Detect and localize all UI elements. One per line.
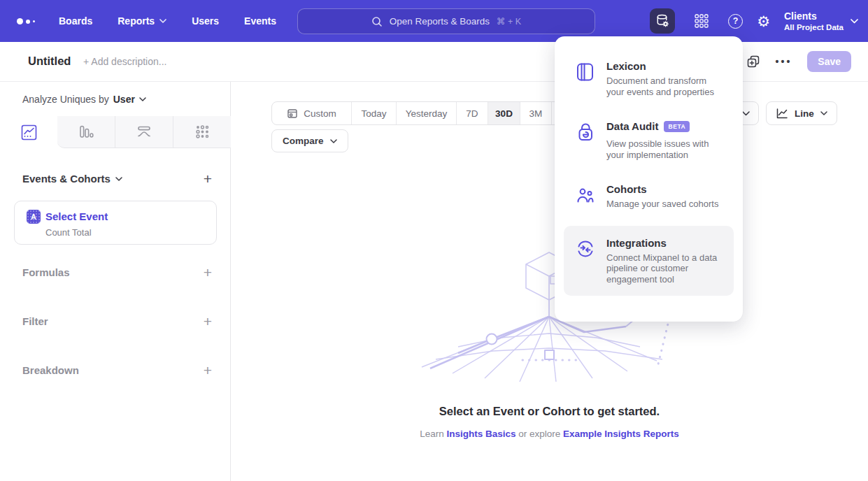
database-gear-icon: [655, 13, 670, 29]
search-icon: [371, 16, 383, 27]
nav-reports[interactable]: Reports: [118, 15, 166, 27]
example-reports-link[interactable]: Example Insights Reports: [563, 429, 679, 439]
events-cohorts-label[interactable]: Events & Cohorts: [22, 173, 122, 185]
nav-users[interactable]: Users: [192, 15, 219, 27]
save-button[interactable]: Save: [807, 51, 851, 72]
global-search[interactable]: Open Reports & Boards ⌘ + K: [297, 8, 595, 34]
lexicon-book-icon: [575, 62, 596, 82]
chevron-down-icon: [330, 139, 337, 143]
search-placeholder: Open Reports & Boards: [390, 16, 490, 27]
add-event-button[interactable]: +: [204, 171, 212, 186]
add-formula-button[interactable]: +: [204, 265, 212, 280]
navbar-right: ? ⚙ Clients All Project Data: [650, 0, 858, 42]
events-cohorts-header: Events & Cohorts +: [22, 171, 212, 186]
event-card[interactable]: A Select Event Count Total: [14, 201, 217, 245]
chevron-down-icon: [159, 19, 166, 23]
apps-grid-button[interactable]: [689, 8, 714, 34]
tab-metrics-grid[interactable]: [173, 116, 231, 148]
insights-basics-link[interactable]: Insights Basics: [446, 429, 515, 439]
more-options-icon[interactable]: •••: [776, 56, 792, 67]
menu-item-description: Manage your saved cohorts: [606, 199, 718, 210]
select-event-label[interactable]: Select Event: [45, 210, 108, 222]
data-management-button[interactable]: [650, 8, 675, 34]
flow-tab-icon: [136, 124, 152, 140]
mixpanel-logo[interactable]: [17, 18, 35, 24]
menu-item-title: Data AuditBETA: [606, 120, 723, 132]
add-filter-button[interactable]: +: [204, 314, 212, 329]
add-breakdown-button[interactable]: +: [204, 363, 212, 378]
duplicate-icon[interactable]: [746, 55, 760, 69]
filter-label: Filter: [22, 315, 48, 327]
date-7d[interactable]: 7D: [457, 102, 488, 124]
empty-state-title: Select an Event or Cohort to get started…: [231, 405, 868, 418]
grid-icon: [694, 13, 709, 29]
nav-boards[interactable]: Boards: [59, 15, 92, 27]
formulas-label: Formulas: [22, 266, 70, 278]
main-content: Custom Today Yesterday 7D 30D 3M 6M Comp…: [231, 82, 868, 481]
date-today[interactable]: Today: [352, 102, 397, 124]
menu-item-description: View possible issues with your implement…: [606, 138, 723, 160]
chevron-down-icon: [742, 111, 750, 116]
search-shortcut: ⌘ + K: [497, 16, 521, 27]
menu-item-cohorts[interactable]: Cohorts Manage your saved cohorts: [564, 176, 734, 217]
report-title[interactable]: Untitled: [28, 55, 71, 68]
nav-events[interactable]: Events: [244, 15, 276, 27]
bar-chart-tab-icon: [78, 124, 94, 140]
dots-grid-tab-icon: [194, 124, 211, 140]
menu-item-description: Connect Mixpanel to a data pipeline or c…: [606, 252, 723, 285]
analyze-value-dropdown[interactable]: User: [113, 94, 146, 105]
project-name: All Project Data: [784, 23, 844, 31]
chevron-down-icon: [851, 19, 858, 24]
chevron-down-icon: [820, 111, 827, 115]
top-navbar: Boards Reports Users Events Open Reports…: [0, 0, 868, 42]
tab-flow-chart[interactable]: [115, 116, 173, 148]
date-yesterday[interactable]: Yesterday: [397, 102, 457, 124]
chevron-down-icon: [115, 177, 122, 181]
compare-button[interactable]: Compare: [271, 129, 348, 152]
line-chart-tab-icon: [21, 124, 37, 141]
date-3m[interactable]: 3M: [520, 102, 552, 124]
date-30d[interactable]: 30D: [488, 102, 520, 124]
menu-item-integrations[interactable]: Integrations Connect Mixpanel to a data …: [564, 226, 734, 296]
menu-item-title: Integrations: [606, 237, 723, 249]
breakdown-label: Breakdown: [22, 364, 79, 376]
chart-type-button[interactable]: Line: [766, 101, 837, 125]
cohorts-people-icon: [575, 185, 596, 206]
date-custom[interactable]: Custom: [272, 102, 352, 124]
query-sidebar: Analyze Uniques by User: [0, 82, 231, 481]
empty-state: Select an Event or Cohort to get started…: [231, 405, 868, 439]
filter-header: Filter +: [22, 314, 212, 329]
tab-bar-chart[interactable]: [57, 116, 115, 148]
beta-badge: BETA: [664, 121, 690, 132]
breakdown-header: Breakdown +: [22, 363, 212, 378]
menu-item-description: Document and transform your events and p…: [606, 76, 723, 97]
help-icon[interactable]: ?: [728, 14, 743, 29]
chevron-down-icon: [139, 97, 146, 101]
analyze-row: Analyze Uniques by User: [22, 94, 146, 105]
formulas-header: Formulas +: [22, 265, 212, 280]
menu-item-title: Cohorts: [606, 183, 718, 195]
event-badge: A: [27, 210, 41, 224]
project-selector[interactable]: Clients All Project Data: [784, 10, 858, 31]
report-description-placeholder[interactable]: + Add description...: [83, 56, 166, 67]
empty-state-subtitle: Learn Insights Basics or explore Example…: [231, 429, 868, 439]
chart-type-tabs: [0, 116, 231, 148]
line-chart-icon: [776, 108, 788, 120]
data-management-menu: Lexicon Document and transform your even…: [555, 36, 743, 322]
calendar-icon: [287, 108, 298, 119]
menu-item-title: Lexicon: [606, 60, 723, 72]
nav-links: Boards Reports Users Events: [59, 0, 276, 42]
settings-gear-icon[interactable]: ⚙: [757, 14, 770, 29]
tab-insights-line[interactable]: [0, 116, 57, 148]
count-total-label[interactable]: Count Total: [45, 227, 92, 238]
menu-item-data-audit[interactable]: Data AuditBETA View possible issues with…: [564, 113, 734, 167]
data-audit-icon: [575, 122, 596, 143]
menu-item-lexicon[interactable]: Lexicon Document and transform your even…: [564, 53, 734, 104]
org-name: Clients: [784, 10, 844, 22]
analyze-label: Analyze Uniques by: [22, 94, 109, 105]
integrations-sync-icon: [575, 238, 596, 259]
